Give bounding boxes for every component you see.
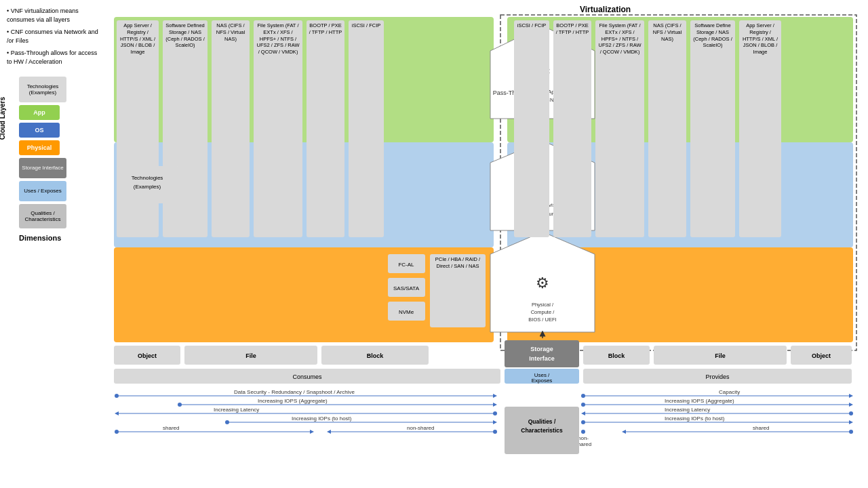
tenant-label-line2: / VNF / CNF bbox=[528, 97, 557, 103]
physical-gear-icon: ⚙ bbox=[536, 274, 549, 291]
bottom-object-right-label: Object bbox=[812, 352, 831, 359]
virtualization-box bbox=[500, 15, 856, 350]
bottom-file-left-label: File bbox=[245, 352, 256, 359]
dot-security-left bbox=[115, 394, 119, 398]
bottom-object-left-label: Object bbox=[138, 352, 157, 359]
col-software-defined-storage bbox=[163, 20, 208, 237]
physical-label-line3: BIOS / UEFI bbox=[528, 317, 556, 323]
legend-os-label: OS bbox=[35, 127, 43, 134]
col-iscsi-left bbox=[349, 20, 384, 237]
layer-os-left bbox=[114, 142, 494, 247]
capacity-label: Capacity bbox=[719, 389, 740, 395]
cloud-layers-label: Cloud Layers bbox=[0, 97, 6, 140]
storage-interface-center bbox=[505, 340, 579, 367]
col-sas-sata bbox=[388, 278, 425, 297]
arrow-security-label: Data Security - Redundancy / Snapshoot /… bbox=[234, 389, 355, 395]
legend-technologies-label: Technologies (Examples) bbox=[20, 83, 65, 96]
col-nas-right bbox=[648, 20, 686, 237]
dot-latency-right bbox=[849, 411, 853, 415]
pass-through-label: Pass-Through bbox=[493, 89, 532, 96]
consumes-row bbox=[114, 369, 500, 384]
col-bootp-right bbox=[553, 20, 591, 237]
arrow-latency-right-label: Increasing Latency bbox=[665, 407, 710, 413]
physical-label-line2: Compute / bbox=[531, 309, 555, 315]
dot-shared-left bbox=[115, 430, 119, 434]
legend-os-box: OS bbox=[19, 123, 60, 138]
bottom-block-right-label: Block bbox=[608, 352, 626, 359]
legend-uses-exposes-label: Uses / Exposes bbox=[24, 188, 62, 194]
os-label-line1: OS / Hypervisor / bbox=[522, 202, 564, 208]
legend-os: OS bbox=[19, 123, 102, 138]
bottom-file-right-label: File bbox=[715, 352, 726, 359]
left-panel: • VNF virtualization means consumes via … bbox=[0, 0, 108, 488]
sas-label: SAS/SATA bbox=[393, 285, 420, 291]
shared-label-right: shared bbox=[753, 425, 769, 431]
nonshared-label-right2: shared bbox=[575, 441, 591, 447]
qualities-label2: Characteristics bbox=[521, 427, 563, 434]
storage-interface-center-label1: Storage bbox=[530, 346, 553, 352]
nonshared-label-left: non-shared bbox=[407, 425, 434, 431]
col-pcie bbox=[430, 254, 486, 327]
layer-physical-right bbox=[507, 247, 853, 342]
legend-qualities: Qualities / Characteristics bbox=[19, 204, 102, 228]
tenant-gear-icon: ⚙ bbox=[534, 61, 551, 82]
dot-iops-right bbox=[581, 403, 585, 407]
legend-app: App bbox=[19, 105, 102, 120]
dot-nonshared-right bbox=[581, 430, 585, 434]
arrow-latency-label: Increasing Latency bbox=[214, 407, 259, 413]
bottom-block-right bbox=[583, 346, 650, 365]
legend-uses-exposes: Uses / Exposes bbox=[19, 181, 102, 201]
dimensions-label: Dimensions bbox=[19, 234, 102, 242]
col-nas-left bbox=[212, 20, 250, 237]
bottom-block-left bbox=[321, 346, 429, 365]
os-label-line2: Container Runtime bbox=[520, 211, 566, 217]
qualities-label1: Qualities / bbox=[528, 418, 556, 425]
diagram-svg: Virtualization App Server / Registry / H… bbox=[108, 0, 861, 488]
legend-physical-box: Physical bbox=[19, 140, 60, 155]
dot-iops-host-right bbox=[581, 420, 585, 424]
col-app-server-right bbox=[739, 20, 781, 237]
col-bootp-left bbox=[307, 20, 344, 237]
col-fcal bbox=[388, 254, 425, 273]
dot-capacity-right bbox=[581, 394, 585, 398]
uses-exposes-label1: Uses / bbox=[534, 372, 550, 378]
bullet-1: VNF virtualization means consumes via al… bbox=[7, 7, 79, 23]
virtualization-label: Virtualization bbox=[580, 5, 631, 14]
arrow-iops-right-label: Increasing IOPS (Aggregate) bbox=[665, 398, 734, 404]
layer-physical-left bbox=[114, 247, 494, 342]
col-iscsi-right bbox=[514, 20, 549, 237]
legend-technologies: Technologies (Examples) bbox=[19, 77, 102, 102]
dot-latency-left bbox=[493, 411, 497, 415]
provides-row bbox=[583, 369, 852, 384]
legend-app-box: App bbox=[19, 105, 60, 120]
legend-physical-label: Physical bbox=[27, 144, 52, 151]
tech-label1: Technologies bbox=[132, 175, 163, 181]
technologies-box bbox=[117, 166, 178, 203]
tenant-house bbox=[490, 26, 595, 119]
tenant-label-line1: Tenant / App bbox=[528, 89, 558, 95]
consumes-label: Consumes bbox=[292, 373, 322, 380]
bottom-object-left bbox=[114, 346, 180, 365]
dot-iops-host-left bbox=[225, 420, 229, 424]
shared-label-left: shared bbox=[163, 425, 179, 431]
legend-storage-interface-label: Storage Interface bbox=[22, 165, 63, 171]
uses-exposes-label2: Exposes bbox=[532, 378, 553, 384]
layer-app-right bbox=[507, 17, 853, 142]
bottom-object-right bbox=[791, 346, 852, 365]
uses-exposes-row bbox=[505, 369, 579, 384]
layer-os-right bbox=[507, 142, 853, 247]
legend-storage-interface: Storage Interface bbox=[19, 158, 102, 178]
bottom-block-left-label: Block bbox=[367, 352, 384, 359]
dot-iops-agg-left bbox=[178, 403, 182, 407]
physical-house bbox=[490, 232, 595, 332]
bullet-2: CNF consumes via Network and /or Files bbox=[7, 28, 98, 44]
arrow-iops-agg-label: Increasing IOPS (Aggregate) bbox=[258, 398, 328, 404]
col-app-server-left bbox=[117, 20, 159, 237]
bottom-file-right bbox=[654, 346, 787, 365]
layer-app-left bbox=[114, 17, 494, 142]
os-house bbox=[490, 141, 595, 230]
dot-shared-right bbox=[849, 430, 853, 434]
provides-label: Provides bbox=[705, 373, 730, 380]
tech-label2: (Examples) bbox=[134, 184, 161, 190]
physical-label-line1: Physical / bbox=[532, 302, 554, 308]
